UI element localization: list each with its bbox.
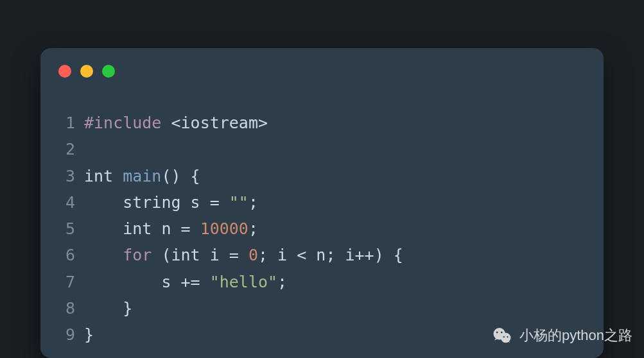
code-editor[interactable]: 1#include <iostream>23int main() {4 stri… [40,94,604,348]
code-token [84,193,123,212]
line-content[interactable]: for (int i = 0; i < n; i++) { [84,242,403,268]
code-token: s [161,273,171,291]
code-line: 9} [40,321,604,348]
code-token [113,167,123,185]
code-line: 4 string s = ""; [40,189,604,216]
code-window: 1#include <iostream>23int main() {4 stri… [40,48,604,358]
line-number: 8 [40,295,84,321]
line-number: 9 [40,321,84,348]
code-token: 10000 [200,219,248,238]
code-token: ) { [374,246,403,264]
code-token: main [123,167,161,185]
code-token: string [123,193,180,212]
code-token [84,219,123,238]
close-icon[interactable] [58,65,71,78]
line-content[interactable]: string s = ""; [84,189,258,216]
code-token: int [123,219,152,238]
zoom-icon[interactable] [102,65,115,78]
code-line: 2 [40,136,604,162]
line-number: 4 [40,189,84,216]
line-content[interactable]: #include <iostream> [84,110,268,136]
line-number: 1 [40,110,84,136]
code-token: int [84,167,113,185]
code-token: += [171,273,209,291]
line-content[interactable]: } [84,295,132,321]
code-token: = [200,193,229,212]
window-titlebar [40,48,604,94]
code-token: <iostream> [171,114,268,132]
line-content[interactable]: int n = 10000; [84,216,258,242]
code-token: { [181,167,200,185]
code-token: 0 [248,246,258,264]
code-line: 3int main() { [40,163,604,189]
line-content[interactable]: int main() { [84,163,200,189]
code-token [152,219,161,238]
code-token [84,273,161,291]
line-number: 6 [40,242,84,268]
code-token [181,193,191,212]
code-token: = [171,219,200,238]
code-token [84,246,123,264]
code-token: ++ [355,246,374,264]
code-token: s [191,193,200,212]
code-line: 6 for (int i = 0; i < n; i++) { [40,242,604,268]
code-token: "" [229,193,248,212]
code-token: ; [258,246,277,264]
code-token: } [84,325,94,344]
code-token: () [161,167,180,185]
code-token: ; [277,273,287,291]
line-number: 5 [40,216,84,242]
line-number: 2 [40,136,84,162]
line-content[interactable]: } [84,321,94,348]
code-token: i [277,246,287,264]
minimize-icon[interactable] [80,65,93,78]
code-token: ; [326,246,345,264]
line-content[interactable]: s += "hello"; [84,269,287,295]
code-token [200,246,210,264]
code-token: ; [248,219,258,238]
code-token: i [210,246,220,264]
code-line: 7 s += "hello"; [40,269,604,295]
code-token: int [171,246,200,264]
code-token: #include [84,114,161,132]
code-token: for [123,246,152,264]
line-number: 7 [40,269,84,295]
code-token: "hello" [210,273,277,291]
code-token: } [84,299,132,318]
code-token: < [287,246,316,264]
code-token: n [161,219,171,238]
code-token: ; [248,193,258,212]
code-line: 5 int n = 10000; [40,216,604,242]
line-number: 3 [40,163,84,189]
code-token [161,114,171,132]
code-line: 1#include <iostream> [40,110,604,136]
code-token: = [220,246,248,264]
code-token: i [345,246,354,264]
code-line: 8 } [40,295,604,321]
code-token: n [316,246,326,264]
code-token: ( [152,246,171,264]
